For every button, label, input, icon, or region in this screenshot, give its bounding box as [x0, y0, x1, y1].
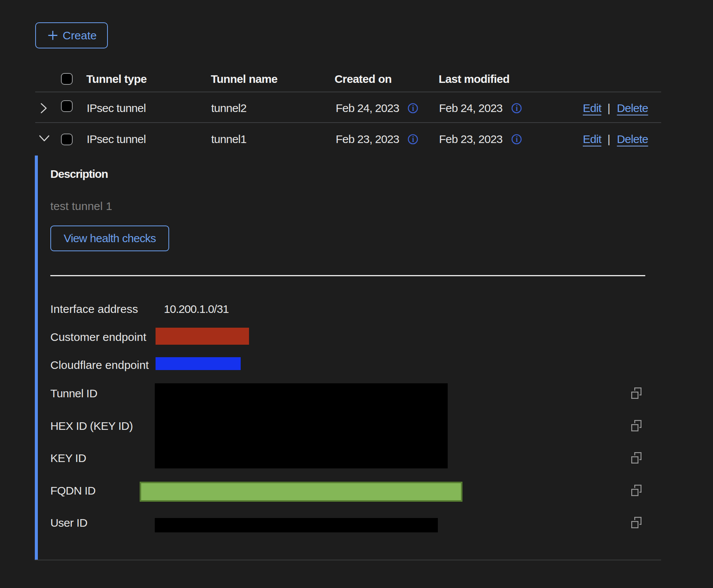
- svg-text:i: i: [516, 135, 518, 143]
- svg-text:i: i: [412, 104, 414, 112]
- svg-text:i: i: [516, 104, 518, 112]
- svg-text:i: i: [412, 135, 414, 143]
